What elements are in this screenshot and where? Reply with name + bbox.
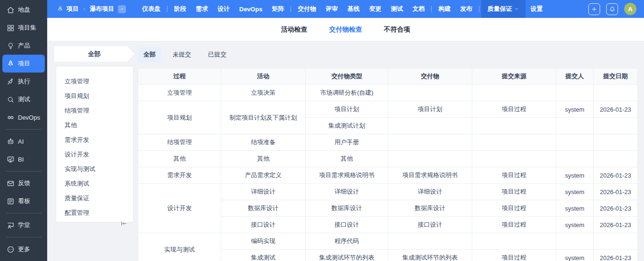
nav-item-设计[interactable]: 设计 xyxy=(213,0,234,18)
process-list: 立项管理项目规划结项管理其他需求开发设计开发实现与测试系统测试质量保证配置管理 xyxy=(56,74,133,220)
table-cell: 2026-01-23 xyxy=(594,200,638,217)
table-cell: 集成测试环节的列表 xyxy=(306,250,388,261)
nav-item-构建[interactable]: 构建 xyxy=(434,0,455,18)
nav-item-文档[interactable]: 文档 xyxy=(408,0,429,18)
table-cell: 项目过程 xyxy=(472,200,556,217)
nav-item-设置[interactable]: 设置 xyxy=(526,0,547,18)
table-cell: 集成测试计划 xyxy=(306,118,388,134)
table-cell xyxy=(472,118,556,134)
nav-item-label: 文档 xyxy=(412,5,425,13)
app-window: 地盘项目集产品项目执行测试DevOpsAIBI反馈看板学堂更多 项目 瀑布项目 … xyxy=(0,0,644,261)
process-item-结项管理[interactable]: 结项管理 xyxy=(56,103,133,118)
process-item-实现与测试[interactable]: 实现与测试 xyxy=(56,162,133,176)
sidebar-item-项目[interactable]: 项目 xyxy=(2,55,45,73)
table-row: 其他其他其他 xyxy=(138,151,638,167)
process-item-项目规划[interactable]: 项目规划 xyxy=(56,89,133,103)
table-cell: 结项准备 xyxy=(221,134,306,151)
collapse-panel-icon[interactable] xyxy=(120,220,127,227)
sidebar-item-执行[interactable]: 执行 xyxy=(2,73,45,90)
sidebar-item-反馈[interactable]: 反馈 xyxy=(2,174,45,192)
sidebar-item-AI[interactable]: AI xyxy=(2,132,45,150)
sidebar-item-项目集[interactable]: 项目集 xyxy=(2,19,45,37)
process-item-立项管理[interactable]: 立项管理 xyxy=(56,74,133,89)
table-cell xyxy=(472,151,556,167)
nav-item-测试[interactable]: 测试 xyxy=(386,0,408,18)
process-item-设计开发[interactable]: 设计开发 xyxy=(56,147,133,162)
table-cell: 项目过程 xyxy=(472,167,556,184)
table-header-row: 过程活动交付物类型交付物提交来源提交人提交日期 xyxy=(138,68,638,85)
table-cell: system xyxy=(556,217,594,233)
chevron-down-icon[interactable] xyxy=(118,5,126,13)
table-cell: 立项决策 xyxy=(221,85,306,101)
process-item-质量保证[interactable]: 质量保证 xyxy=(56,191,133,205)
tab-不符合项[interactable]: 不符合项 xyxy=(384,25,410,34)
table-cell xyxy=(472,85,556,101)
table-cell: 产品需求定义 xyxy=(221,167,306,184)
process-breadcrumb[interactable]: 全部 xyxy=(54,46,134,62)
table-cell: 项目规划 xyxy=(138,101,221,134)
nav-item-评审[interactable]: 评审 xyxy=(321,0,343,18)
navbar-divider xyxy=(479,6,479,12)
column-header-交付物类型: 交付物类型 xyxy=(306,68,388,85)
sidebar-item-label: 测试 xyxy=(18,95,30,104)
nav-item-矩阵[interactable]: 矩阵 xyxy=(267,0,289,18)
tab-交付物检查[interactable]: 交付物检查 xyxy=(329,25,362,34)
notifications-button[interactable] xyxy=(606,3,618,15)
table-cell: 立项管理 xyxy=(138,85,221,101)
process-item-其他[interactable]: 其他 xyxy=(56,118,133,132)
sidebar-item-BI[interactable]: BI xyxy=(2,150,45,168)
nav-item-label: 交付物 xyxy=(298,5,316,13)
deliverables-table-wrap: 过程活动交付物类型交付物提交来源提交人提交日期立项管理立项决策市场调研分析(自建… xyxy=(138,68,637,261)
sidebar-item-学堂[interactable]: 学堂 xyxy=(2,216,45,234)
nav-item-label: 评审 xyxy=(326,5,338,13)
nav-item-label: 需求 xyxy=(196,5,208,13)
table-cell: 其他 xyxy=(306,151,388,167)
process-item-需求开发[interactable]: 需求开发 xyxy=(56,132,133,147)
sidebar-item-产品[interactable]: 产品 xyxy=(2,37,45,55)
nav-item-需求[interactable]: 需求 xyxy=(191,0,213,18)
nav-item-基线[interactable]: 基线 xyxy=(343,0,364,18)
user-avatar[interactable]: A xyxy=(624,3,636,15)
table-cell: 项目计划 xyxy=(306,101,388,118)
filter-tab-全部[interactable]: 全部 xyxy=(138,47,161,62)
sidebar-item-label: 更多 xyxy=(18,245,30,253)
table-cell: 项目过程 xyxy=(472,101,556,118)
table-cell: 设计开发 xyxy=(138,184,221,233)
table-row: 设计开发详细设计详细设计详细设计项目过程system2026-01-23 xyxy=(138,184,638,200)
robot-icon xyxy=(7,138,15,146)
nav-item-阶段[interactable]: 阶段 xyxy=(169,0,191,18)
sidebar-item-更多[interactable]: 更多 xyxy=(2,240,45,258)
sidebar-item-看板[interactable]: 看板 xyxy=(2,192,45,210)
tab-活动检查[interactable]: 活动检查 xyxy=(281,25,308,34)
navbar-divider xyxy=(431,6,432,12)
table-cell: 详细设计 xyxy=(221,184,306,200)
table-row: 项目规划制定项目计划及下属计划项目计划项目计划项目过程system2026-01… xyxy=(138,101,638,118)
project-switcher[interactable]: 项目 瀑布项目 xyxy=(47,5,131,13)
nav-item-DevOps[interactable]: DevOps xyxy=(234,0,267,18)
nav-item-变更[interactable]: 变更 xyxy=(364,0,386,18)
sidebar-item-DevOps[interactable]: DevOps xyxy=(2,108,45,126)
table-cell xyxy=(556,134,594,151)
table-cell: 数据库设计 xyxy=(306,200,388,217)
nav-item-发布[interactable]: 发布 xyxy=(455,0,477,18)
table-cell xyxy=(388,134,472,151)
table-cell xyxy=(594,85,638,101)
navbar-actions: A xyxy=(588,3,644,15)
deliverables-table: 过程活动交付物类型交付物提交来源提交人提交日期立项管理立项决策市场调研分析(自建… xyxy=(138,68,638,261)
process-item-系统测试[interactable]: 系统测试 xyxy=(56,176,133,191)
table-cell: 项目过程 xyxy=(472,217,556,233)
search-icon xyxy=(7,96,15,104)
feedback-icon xyxy=(7,179,15,188)
add-button[interactable] xyxy=(588,3,600,15)
sidebar-item-地盘[interactable]: 地盘 xyxy=(2,1,45,19)
filter-tab-已提交[interactable]: 已提交 xyxy=(202,47,232,62)
chevron-down-icon xyxy=(514,6,519,12)
nav-item-仪表盘[interactable]: 仪表盘 xyxy=(137,0,165,18)
nav-item-交付物[interactable]: 交付物 xyxy=(293,0,321,18)
filter-tab-未提交[interactable]: 未提交 xyxy=(167,47,197,62)
process-item-配置管理[interactable]: 配置管理 xyxy=(56,205,133,220)
nav-item-质量保证[interactable]: 质量保证 xyxy=(481,0,526,18)
sidebar-item-测试[interactable]: 测试 xyxy=(2,90,45,108)
table-cell xyxy=(556,233,594,250)
column-header-过程: 过程 xyxy=(138,68,221,85)
